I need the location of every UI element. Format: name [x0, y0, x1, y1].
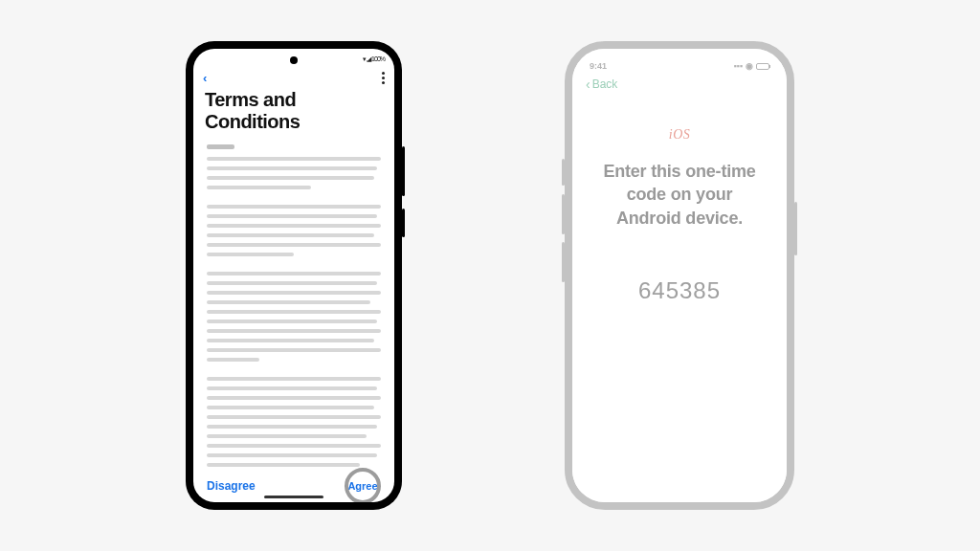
iphone-side-button: [794, 202, 797, 255]
back-label: Back: [592, 77, 618, 91]
iphone-volume-down: [562, 242, 565, 282]
placeholder-line: [207, 233, 374, 237]
placeholder-line: [207, 339, 374, 342]
placeholder-line: [207, 329, 381, 333]
placeholder-line: [207, 144, 234, 149]
placeholder-line: [207, 386, 377, 390]
iphone-content: iOS Enter this one-time code on your And…: [572, 95, 787, 502]
placeholder-line: [207, 310, 381, 314]
status-time: 9:41: [590, 61, 607, 71]
placeholder-line: [207, 415, 381, 419]
placeholder-line: [207, 348, 381, 352]
iphone-frame: 9:41 ▪▪▪ ◉ ‹ Back iOS Enter this one-tim…: [565, 41, 794, 510]
placeholder-line: [207, 358, 259, 362]
android-screen: ▾.◢ 100% ‹ Terms and Conditions: [193, 49, 394, 502]
placeholder-line: [207, 300, 370, 304]
placeholder-line: [207, 453, 377, 457]
placeholder-line: [207, 157, 381, 161]
placeholder-line: [207, 243, 381, 247]
placeholder-line: [207, 291, 381, 295]
placeholder-line: [207, 463, 360, 467]
android-side-button: [402, 146, 405, 196]
iphone-volume-up: [562, 194, 565, 234]
highlight-circle-icon: [345, 468, 381, 502]
placeholder-line: [207, 224, 381, 228]
instruction-text: Enter this one-time code on your Android…: [572, 160, 787, 230]
placeholder-line: [207, 176, 374, 180]
one-time-code: 645385: [638, 277, 721, 304]
placeholder-line: [207, 186, 311, 189]
page-title: Terms and Conditions: [193, 87, 394, 141]
placeholder-line: [207, 214, 377, 218]
ios-badge: iOS: [669, 127, 691, 143]
punch-hole-camera: [290, 56, 298, 64]
iphone-mute-switch: [562, 159, 565, 186]
overflow-menu-icon[interactable]: [382, 72, 385, 84]
placeholder-line: [207, 166, 377, 170]
placeholder-line: [207, 425, 377, 429]
chevron-left-icon: ‹: [586, 77, 590, 91]
placeholder-line: [207, 406, 374, 409]
android-phone-frame: ▾.◢ 100% ‹ Terms and Conditions: [186, 41, 402, 510]
signal-icon: ▪▪▪: [733, 61, 743, 71]
disagree-button[interactable]: Disagree: [207, 479, 256, 493]
terms-body[interactable]: [193, 141, 394, 470]
back-button[interactable]: ‹ Back: [586, 77, 617, 91]
placeholder-line: [207, 444, 381, 448]
back-icon[interactable]: ‹: [203, 71, 207, 85]
placeholder-line: [207, 253, 294, 256]
status-indicators: ▾.◢ 100%: [363, 55, 385, 63]
wifi-icon: ◉: [746, 61, 753, 71]
placeholder-line: [207, 205, 381, 209]
placeholder-line: [207, 377, 381, 381]
iphone-nav-bar: ‹ Back: [572, 74, 787, 95]
placeholder-line: [207, 320, 377, 323]
iphone-screen: 9:41 ▪▪▪ ◉ ‹ Back iOS Enter this one-tim…: [572, 49, 787, 502]
gesture-bar: [264, 496, 323, 498]
android-power-button: [402, 209, 405, 237]
placeholder-line: [207, 396, 381, 400]
battery-icon: [756, 63, 769, 70]
placeholder-line: [207, 272, 381, 276]
iphone-status-bar: 9:41 ▪▪▪ ◉: [572, 49, 787, 74]
android-top-bar: ‹: [193, 68, 394, 87]
placeholder-line: [207, 434, 367, 438]
agree-button[interactable]: Agree: [345, 468, 381, 502]
placeholder-line: [207, 281, 377, 285]
